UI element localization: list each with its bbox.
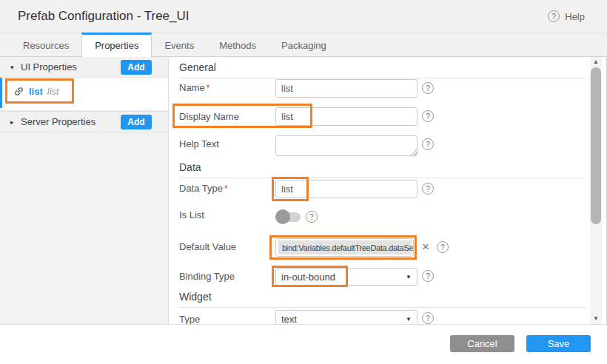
type-help-icon[interactable]: ? xyxy=(422,312,434,324)
property-item-name: list xyxy=(29,86,43,97)
expanded-triangle-icon: ▾ xyxy=(10,64,21,71)
tab-resources[interactable]: Resources xyxy=(10,33,81,56)
tab-bar: Resources Properties Events Methods Pack… xyxy=(0,33,607,57)
type-label: Type xyxy=(179,314,200,324)
toggle-knob xyxy=(275,209,290,224)
binding-type-help-icon[interactable]: ? xyxy=(422,270,434,282)
clear-binding-icon[interactable]: × xyxy=(420,241,432,253)
binding-type-value: in-out-bound xyxy=(281,272,406,283)
section-heading-widget: Widget xyxy=(179,291,586,308)
dialog-footer: Cancel Save xyxy=(0,324,607,364)
title-bar: Prefab Configuration - Tree_UI ? Help xyxy=(0,0,607,33)
add-server-property-button[interactable]: Add xyxy=(121,115,152,129)
section-heading-general: General xyxy=(179,61,586,78)
default-value-input[interactable]: bind:Variables.defaultTreeData.dataSet xyxy=(275,238,414,257)
binding-type-label: Binding Type xyxy=(179,271,235,282)
help-text-help-icon[interactable]: ? xyxy=(422,138,434,150)
display-name-label: Display Name xyxy=(179,111,239,122)
is-list-toggle[interactable] xyxy=(275,209,302,224)
ui-properties-header[interactable]: ▾ UI Properties Add xyxy=(0,57,168,78)
save-button[interactable]: Save xyxy=(526,335,591,352)
bind-link-icon xyxy=(11,84,27,99)
data-type-help-icon[interactable]: ? xyxy=(422,183,434,195)
property-item-type: list xyxy=(47,86,59,97)
tab-packaging[interactable]: Packaging xyxy=(269,33,339,56)
scroll-up-arrow-icon[interactable]: ▲ xyxy=(590,57,602,67)
default-value-help-icon[interactable]: ? xyxy=(437,241,449,253)
server-properties-header[interactable]: ▸ Server Properties Add xyxy=(0,111,168,132)
server-properties-label: Server Properties xyxy=(21,116,121,127)
default-value-binding-chip: bind:Variables.defaultTreeData.dataSet xyxy=(278,240,412,255)
properties-form: General Name* ? Display Name ? Help Text… xyxy=(170,57,591,324)
default-value-label: Default Value xyxy=(179,241,236,252)
help-text-textarea[interactable] xyxy=(275,135,417,156)
property-item-list[interactable]: list list xyxy=(0,78,168,105)
vertical-scrollbar[interactable]: ▲ ▼ xyxy=(590,57,602,324)
data-type-input[interactable] xyxy=(275,180,417,198)
type-value: text xyxy=(281,314,406,325)
name-help-icon[interactable]: ? xyxy=(422,82,434,94)
section-heading-data: Data xyxy=(179,161,586,178)
is-list-help-icon[interactable]: ? xyxy=(306,211,318,223)
tab-properties[interactable]: Properties xyxy=(81,33,152,58)
name-input[interactable] xyxy=(275,79,417,98)
page-title: Prefab Configuration - Tree_UI xyxy=(18,0,190,33)
tab-events[interactable]: Events xyxy=(152,33,207,56)
binding-type-select[interactable]: in-out-bound ▼ xyxy=(275,268,417,286)
add-ui-property-button[interactable]: Add xyxy=(121,60,152,75)
collapsed-triangle-icon: ▸ xyxy=(10,118,21,126)
data-type-label: Data Type* xyxy=(179,183,228,194)
cancel-button[interactable]: Cancel xyxy=(450,335,514,352)
help-label: Help xyxy=(565,11,585,22)
scroll-down-arrow-icon[interactable]: ▼ xyxy=(590,314,602,324)
required-asterisk: * xyxy=(224,183,228,194)
is-list-label: Is List xyxy=(179,209,204,220)
properties-sidebar: ▾ UI Properties Add list list ▸ Server P… xyxy=(0,57,169,324)
ui-properties-label: UI Properties xyxy=(21,61,121,73)
display-name-input[interactable] xyxy=(275,107,417,126)
display-name-help-icon[interactable]: ? xyxy=(422,110,434,122)
dropdown-arrow-icon: ▼ xyxy=(406,316,412,323)
dropdown-arrow-icon: ▼ xyxy=(406,274,412,280)
help-text-label: Help Text xyxy=(179,138,219,149)
prefab-configuration-dialog: Prefab Configuration - Tree_UI ? Help Re… xyxy=(0,0,607,364)
required-asterisk: * xyxy=(207,83,210,93)
type-select[interactable]: text ▼ xyxy=(275,310,417,324)
tab-methods[interactable]: Methods xyxy=(207,33,269,56)
ui-properties-panel: list list xyxy=(0,78,168,111)
help-circle-icon: ? xyxy=(548,10,560,22)
help-link[interactable]: ? Help xyxy=(548,0,585,33)
scrollbar-thumb[interactable] xyxy=(591,67,601,224)
name-label: Name* xyxy=(179,82,209,93)
